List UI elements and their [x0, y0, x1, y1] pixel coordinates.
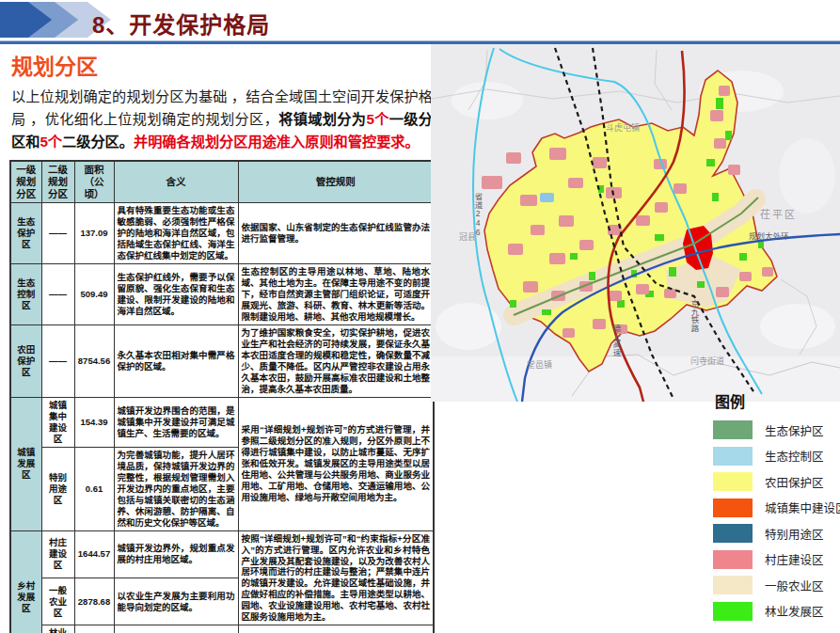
map-legend: 图例 生态保护区 生态控制区 农田保护区 城镇集中建设区 特别用途区 村庄建设区… — [713, 389, 840, 627]
slide-header: 8、开发保护格局 — [0, 0, 840, 40]
intro-bold: 二级分区。 — [62, 134, 134, 150]
zone-sub: 特别用途区 — [41, 447, 74, 530]
slide: 8、开发保护格局 规划分区 以上位规划确定的规划分区为基础 ，结合全域国土空间开… — [0, 0, 840, 633]
zone-name: 生态保护区 — [10, 203, 41, 264]
legend-label: 特别用途区 — [765, 525, 824, 543]
zone-name: 生态控制区 — [10, 264, 41, 325]
legend-item: 生态控制区 — [713, 447, 840, 466]
zone-sub: 林业发展区 — [41, 625, 74, 633]
legend-item: 城镇集中建设区 — [713, 498, 840, 517]
legend-item: 一般农业区 — [713, 576, 840, 594]
legend-label: 村庄建设区 — [765, 550, 824, 568]
map-label-chiping: 茌平区 — [760, 209, 797, 220]
zone-rule: 依据国家、山东省制定的生态保护红线监管办法进行监督管理。 — [238, 203, 434, 264]
zone-meaning: 永久基本农田相对集中需严格保护的区域。 — [114, 325, 238, 398]
zone-area: 8754.56 — [74, 325, 114, 398]
zone-area: 509.49 — [74, 264, 114, 325]
zone-rule: 规按照林业生产规范和发展规划进行管理。 — [238, 625, 434, 633]
zone-rule: 为了维护国家粮食安全，切实保护耕地，促进农业生产和社会经济的可持续发展，要保证永… — [238, 325, 434, 398]
map-canvas: 斗虎屯镇 茌平区 冠县 堂邑镇 闫寺街道 规划大外环 省道246 京九铁路 德上… — [431, 44, 840, 402]
map-label-expressway: 德上高速 — [611, 324, 621, 357]
zone-sub: —— — [41, 325, 74, 398]
col-header-rule: 管控规则 — [238, 161, 434, 203]
col-header-level1: 一级规划分区 — [10, 161, 41, 203]
legend-swatch — [713, 498, 753, 517]
legend-swatch — [713, 576, 753, 594]
legend-swatch — [713, 524, 753, 543]
zone-meaning: 生态保护红线外，需要予以保留原貌、强化生态保育和生态建设、限制开发建设的陆地和海… — [114, 264, 238, 325]
legend-label: 生态保护区 — [765, 421, 824, 439]
zone-rule: 按照“详细规划+规划许可”和“约束指标+分区准入”的方式进行管理。区内允许农业和… — [238, 530, 434, 625]
zone-sub: —— — [41, 203, 74, 264]
zone-name: 城镇发展区 — [10, 397, 41, 530]
legend-item: 特别用途区 — [713, 524, 840, 543]
zone-name: 乡村发展区 — [10, 530, 41, 633]
planning-map: 斗虎屯镇 茌平区 冠县 堂邑镇 闫寺街道 规划大外环 省道246 京九铁路 德上… — [431, 44, 840, 402]
table-row: 林业发展区 308.84 以规模化林业生产为主要利用功能导向划定的区域。 规按照… — [10, 625, 434, 633]
legend-swatch — [713, 420, 753, 439]
zone-area: 2878.68 — [74, 578, 114, 625]
intro-paragraph: 以上位规划确定的规划分区为基础 ，结合全域国土空间开发保护格局 ，优化细化上位规… — [11, 86, 433, 153]
zone-meaning: 具有特殊重要生态功能或生态敏感脆弱、必须强制性严格保护的陆地和海洋自然区域，包括… — [114, 203, 238, 264]
map-label-ring-road: 规划大外环 — [749, 231, 789, 241]
zone-area: 308.84 — [74, 625, 114, 633]
zone-sub: —— — [41, 264, 74, 325]
zone-area: 0.61 — [74, 447, 114, 530]
map-label-tangyi: 堂邑镇 — [527, 359, 552, 370]
zone-rule: 采用“详细规划+规划许可”的方式进行管理，并参照二级规划分区的准入规则，分区外原… — [238, 397, 434, 530]
legend-title: 图例 — [715, 389, 840, 412]
legend-label: 一般农业区 — [765, 577, 824, 594]
legend-label: 生态控制区 — [765, 447, 824, 465]
legend-swatch — [713, 447, 753, 466]
intro-red: 并明确各规划分区用途准入原则和管控要求。 — [134, 134, 420, 150]
map-water-patch — [540, 193, 554, 202]
legend-label: 农田保护区 — [765, 473, 824, 491]
table-row: 生态保护区 —— 137.09 具有特殊重要生态功能或生态敏感脆弱、必须强制性严… — [10, 203, 434, 264]
legend-item: 生态保护区 — [713, 420, 840, 439]
zone-meaning: 为完善城镇功能，提升人居环境品质，保持城镇开发边界的完整性，根据规划管理需划入开… — [114, 447, 238, 530]
zone-meaning: 以农业生产发展为主要利用功能导向划定的区域。 — [114, 578, 238, 625]
zone-sub: 一般农业区 — [41, 578, 74, 625]
table-row: 城镇发展区 城镇集中建设区 154.39 城镇开发边界围合的范围，是城镇集中开发… — [10, 397, 434, 447]
zone-meaning: 城镇开发边界外，规划重点发展的村庄用地区域。 — [114, 530, 238, 578]
section-title: 规划分区 — [11, 49, 435, 81]
map-label-yansi: 闫寺街道 — [690, 356, 724, 366]
legend-swatch — [713, 472, 753, 491]
map-label-town: 斗虎屯镇 — [606, 122, 640, 133]
zone-meaning: 城镇开发边界围合的范围，是城镇集中开发建设并可满足城镇生产、生活需要的区域。 — [114, 397, 238, 447]
legend-label: 城镇集中建设区 — [765, 498, 840, 516]
zone-sub: 村庄建设区 — [41, 530, 74, 578]
page-title: 8、开发保护格局 — [92, 7, 270, 40]
legend-swatch — [713, 602, 753, 621]
intro-bold: 将镇域划分为 — [278, 111, 366, 127]
content-column: 规划分区 以上位规划确定的规划分区为基础 ，结合全域国土空间开发保护格局 ，优化… — [9, 47, 435, 633]
zone-area: 137.09 — [74, 203, 114, 264]
zone-rule: 生态控制区的主导用途以林地、草地、陆地水域、其他土地为主。在保障主导用途不变的前… — [238, 264, 434, 325]
zone-area: 154.39 — [74, 397, 114, 447]
intro-red: 5个 — [366, 111, 388, 127]
zone-meaning: 以规模化林业生产为主要利用功能导向划定的区域。 — [114, 625, 238, 633]
map-label-railway: 京九铁路 — [689, 299, 699, 333]
zone-sub: 城镇集中建设区 — [41, 397, 74, 447]
table-row: 农田保护区 —— 8754.56 永久基本农田相对集中需严格保护的区域。 为了维… — [10, 325, 434, 398]
zone-area: 1644.57 — [74, 530, 114, 578]
legend-item: 农田保护区 — [713, 472, 840, 491]
map-label-provincial-road: 省道246 — [473, 192, 483, 237]
col-header-meaning: 含义 — [114, 161, 238, 203]
legend-label: 林业发展区 — [765, 602, 824, 620]
table-row: 乡村发展区 村庄建设区 1644.57 城镇开发边界外，规划重点发展的村庄用地区… — [10, 530, 434, 578]
legend-swatch — [713, 550, 753, 569]
legend-item: 林业发展区 — [713, 602, 840, 621]
table-header-row: 一级规划分区 二级规划分区 面积（公顷） 含义 管控规则 — [10, 161, 434, 203]
table-row: 生态控制区 —— 509.49 生态保护红线外，需要予以保留原貌、强化生态保育和… — [10, 264, 434, 325]
zoning-table: 一级规划分区 二级规划分区 面积（公顷） 含义 管控规则 生态保护区 —— 13… — [9, 160, 435, 633]
intro-red: 5个 — [40, 134, 62, 150]
legend-item: 村庄建设区 — [713, 550, 840, 569]
col-header-area: 面积（公顷） — [74, 161, 114, 203]
zone-name: 农田保护区 — [10, 325, 41, 398]
col-header-level2: 二级规划分区 — [41, 161, 74, 203]
